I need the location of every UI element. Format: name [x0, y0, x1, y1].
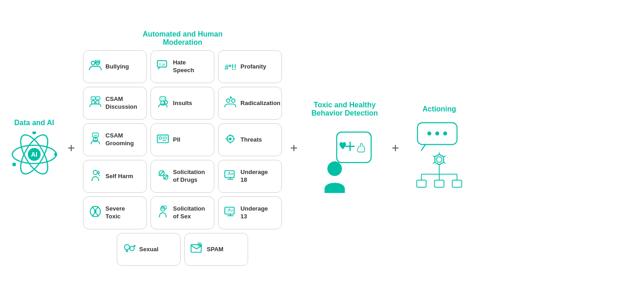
svg-text:?..#!: ?..#!: [159, 63, 165, 66]
underage-13-icon: 13: [224, 206, 237, 220]
actioning-section: Actioning: [407, 105, 471, 191]
csam-discussion-icon: xxx xxx: [89, 96, 102, 111]
profanity-icon: #*!!: [224, 61, 237, 73]
moderation-bottom-row: Sexual SPAM: [117, 233, 248, 266]
actioning-illustration: [410, 118, 469, 191]
bullying-icon: xxx: [89, 60, 102, 74]
plus-1: +: [64, 141, 78, 155]
card-solicitation-drugs: Solicitation of Drugs: [151, 160, 214, 193]
svg-point-81: [436, 157, 442, 162]
svg-rect-95: [452, 180, 462, 187]
card-sexual: Sexual: [117, 233, 181, 266]
svg-line-86: [433, 162, 434, 164]
card-underage-13: 13 Underage 13: [218, 196, 282, 229]
svg-point-62: [125, 245, 130, 250]
svg-point-26: [230, 96, 232, 99]
plus-2: +: [286, 141, 301, 155]
svg-text:xxx: xxx: [97, 98, 99, 100]
moderation-section: Automated and Human Moderation xxx Bully…: [83, 30, 282, 266]
radicalization-label: Radicalization: [240, 100, 280, 107]
svg-line-87: [444, 156, 445, 157]
data-ai-title: Data and AI: [14, 119, 55, 127]
pii-icon: [156, 133, 169, 146]
svg-point-42: [93, 170, 98, 174]
svg-text:xxx: xxx: [94, 134, 98, 137]
hate-speech-label: Hate Speech: [173, 59, 208, 74]
card-self-harm: Self Harm: [83, 160, 147, 193]
svg-point-25: [232, 99, 235, 102]
svg-text:xxx: xxx: [96, 61, 99, 63]
actioning-title: Actioning: [419, 105, 460, 113]
svg-line-60: [228, 210, 229, 211]
svg-line-84: [433, 156, 434, 157]
svg-line-85: [444, 162, 445, 164]
svg-point-8: [91, 61, 95, 65]
card-underage-18: 18 Underage 18: [218, 160, 282, 193]
svg-point-53: [94, 210, 97, 213]
sexual-label: Sexual: [139, 246, 158, 254]
self-harm-label: Self Harm: [105, 173, 133, 180]
csam-discussion-label: CSAM Discussion: [105, 95, 141, 111]
card-hate-speech: ?..#! Hate Speech: [151, 50, 214, 83]
card-csam-grooming: xxx CSAM Grooming: [83, 123, 147, 156]
underage-18-icon: 18: [224, 169, 237, 183]
solicitation-drugs-icon: [156, 169, 169, 183]
hate-speech-icon: ?..#!: [156, 59, 169, 74]
svg-point-7: [12, 163, 16, 166]
card-csam-discussion: xxx xxx CSAM Discussion: [83, 87, 147, 120]
svg-point-14: [92, 100, 95, 104]
svg-point-65: [130, 246, 134, 250]
svg-point-24: [227, 99, 230, 102]
svg-text:13: 13: [231, 210, 234, 212]
card-pii: PII: [151, 123, 214, 156]
threats-icon: ☠: [224, 133, 237, 147]
toxic-title: Toxic and Healthy Behavior Detection: [312, 101, 378, 117]
svg-point-78: [435, 132, 439, 136]
svg-point-6: [54, 153, 57, 156]
csam-grooming-icon: xxx: [89, 132, 102, 147]
spam-label: SPAM: [207, 246, 223, 254]
bullying-label: Bullying: [105, 63, 129, 71]
severe-toxic-label: Severe Toxic: [105, 205, 141, 221]
underage-13-label: Underage 13: [240, 205, 276, 221]
sexual-icon: [123, 243, 135, 256]
svg-point-71: [199, 244, 200, 245]
solicitation-sex-icon: xxx: [156, 205, 169, 221]
threats-label: Threats: [240, 136, 262, 144]
solicitation-drugs-label: Solicitation of Drugs: [173, 169, 208, 184]
solicitation-sex-label: Solicitation of Sex: [173, 205, 208, 221]
svg-point-15: [96, 100, 99, 104]
spam-icon: [190, 243, 203, 256]
svg-point-77: [427, 132, 431, 136]
svg-text:?..#!: ?..#!: [161, 98, 166, 100]
card-insults: ?..#! Insults: [151, 87, 214, 120]
self-harm-icon: [89, 169, 102, 184]
card-bullying: xxx Bullying: [83, 50, 147, 83]
card-radicalization: Radicalization: [218, 87, 282, 120]
toxic-illustration: [311, 122, 379, 195]
atom-icon: AI: [11, 132, 57, 177]
svg-point-5: [32, 132, 36, 134]
pii-label: PII: [173, 136, 180, 144]
plus-3: +: [388, 141, 403, 155]
card-severe-toxic: Severe Toxic: [83, 196, 147, 229]
svg-text:18: 18: [231, 173, 234, 175]
svg-text:AI: AI: [31, 151, 37, 158]
underage-18-label: Underage 18: [240, 169, 276, 184]
svg-point-31: [159, 137, 162, 139]
card-spam: SPAM: [184, 233, 248, 266]
moderation-title: Automated and Human Moderation: [143, 30, 223, 47]
radicalization-icon: [224, 96, 237, 111]
svg-rect-93: [417, 180, 426, 187]
svg-point-79: [443, 132, 447, 136]
card-profanity: #*!! Profanity: [218, 50, 282, 83]
svg-rect-94: [435, 180, 444, 187]
severe-toxic-icon: [89, 205, 102, 221]
svg-text:xxx: xxx: [92, 98, 95, 100]
main-container: Data and AI AI + Automated and Human Mod…: [9, 30, 635, 266]
svg-text:☠: ☠: [227, 137, 231, 142]
moderation-grid: xxx Bullying ?..#! Hate Speech #*!!: [83, 50, 282, 229]
insults-icon: ?..#!: [156, 96, 169, 111]
card-solicitation-sex: xxx Solicitation of Sex: [151, 196, 214, 229]
profanity-label: Profanity: [240, 63, 266, 71]
